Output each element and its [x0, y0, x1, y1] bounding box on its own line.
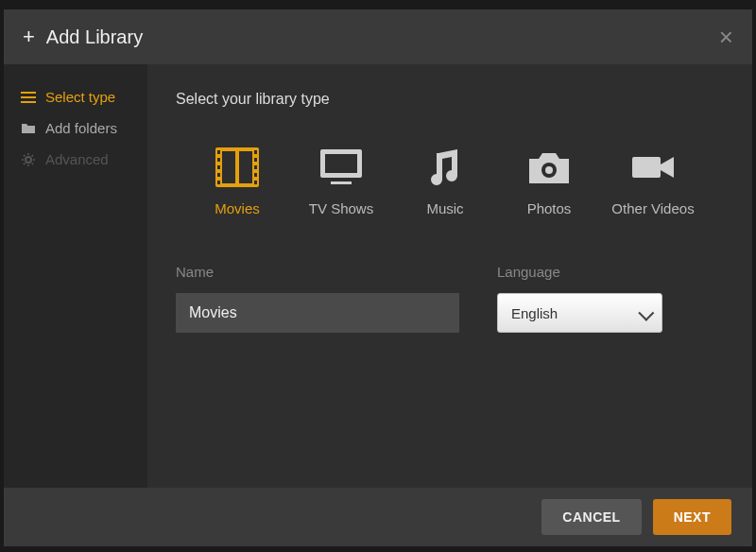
step-label: Advanced: [45, 151, 109, 167]
step-label: Add folders: [45, 120, 117, 136]
step-label: Select type: [45, 89, 115, 105]
panel-title: Select your library type: [176, 91, 714, 108]
name-label: Name: [176, 264, 459, 280]
type-label: Movies: [215, 200, 260, 216]
svg-rect-19: [331, 181, 352, 184]
cancel-button[interactable]: CANCEL: [541, 499, 641, 535]
type-movies[interactable]: Movies: [190, 146, 284, 216]
plus-icon: +: [23, 25, 35, 49]
type-label: Music: [426, 200, 463, 216]
step-advanced: Advanced: [4, 144, 147, 175]
next-button[interactable]: NEXT: [653, 499, 731, 535]
main-panel: Select your library type Movies TV Shows…: [147, 64, 752, 488]
form-row: Name Language English: [176, 264, 714, 333]
gear-icon: [21, 152, 36, 167]
type-photos[interactable]: Photos: [502, 146, 596, 216]
svg-rect-11: [217, 181, 220, 184]
list-icon: [21, 90, 36, 105]
svg-rect-9: [217, 165, 220, 169]
name-input[interactable]: [176, 293, 459, 333]
camera-icon: [524, 146, 575, 189]
svg-rect-16: [254, 181, 257, 184]
music-icon: [420, 146, 471, 189]
svg-point-21: [545, 166, 553, 174]
close-button[interactable]: ×: [719, 23, 733, 52]
tv-icon: [316, 146, 367, 189]
step-select-type[interactable]: Select type: [4, 81, 147, 112]
language-select-wrap: English: [497, 293, 662, 333]
language-select[interactable]: English: [497, 293, 662, 333]
svg-rect-7: [217, 150, 220, 154]
svg-rect-0: [21, 92, 36, 94]
name-group: Name: [176, 264, 459, 333]
type-label: Other Videos: [611, 200, 694, 216]
video-icon: [627, 146, 679, 189]
svg-rect-8: [217, 158, 220, 162]
add-library-dialog: + Add Library × Select type Add folders …: [4, 9, 752, 546]
language-group: Language English: [497, 264, 662, 333]
step-add-folders[interactable]: Add folders: [4, 112, 147, 144]
type-tvshows[interactable]: TV Shows: [294, 146, 388, 216]
type-label: Photos: [527, 200, 572, 216]
svg-point-3: [26, 157, 31, 163]
folder-icon: [21, 121, 36, 136]
dialog-footer: CANCEL NEXT: [4, 488, 752, 546]
dialog-title: Add Library: [46, 26, 143, 48]
svg-rect-13: [254, 158, 257, 162]
type-label: TV Shows: [309, 200, 373, 216]
svg-rect-12: [254, 150, 257, 154]
type-music[interactable]: Music: [398, 146, 492, 216]
svg-rect-1: [21, 96, 36, 98]
dialog-body: Select type Add folders Advanced Select …: [4, 64, 752, 488]
library-type-row: Movies TV Shows Music Photos Other Video…: [176, 146, 714, 216]
svg-rect-2: [21, 101, 36, 103]
close-icon: ×: [719, 23, 733, 51]
svg-rect-10: [217, 173, 220, 177]
svg-rect-15: [254, 173, 257, 177]
svg-rect-14: [254, 165, 257, 169]
film-icon: [212, 146, 263, 189]
svg-rect-18: [325, 154, 357, 173]
step-sidebar: Select type Add folders Advanced: [4, 64, 147, 488]
svg-rect-22: [632, 157, 661, 178]
language-label: Language: [497, 264, 662, 280]
dialog-title-wrap: + Add Library: [23, 25, 143, 49]
type-othervideos[interactable]: Other Videos: [606, 146, 700, 216]
dialog-header: + Add Library ×: [4, 9, 752, 64]
svg-rect-6: [235, 151, 239, 183]
